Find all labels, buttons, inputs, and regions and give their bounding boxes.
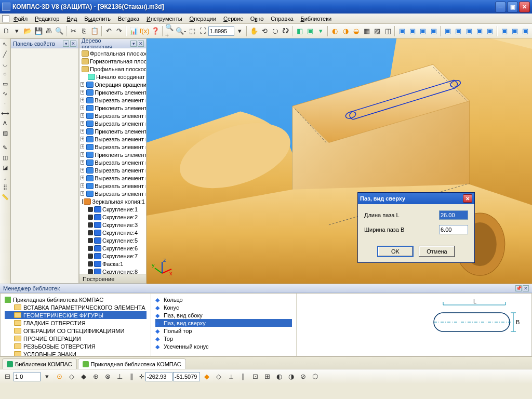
tree-item[interactable]: Фаска:1 [81, 260, 145, 268]
menu-insert[interactable]: Вставка [115, 15, 142, 23]
cube2-button[interactable]: ▣ [407, 25, 417, 37]
vars-button[interactable]: 📊 [128, 25, 138, 37]
menu-window[interactable]: Окно [247, 15, 267, 23]
tree-item[interactable]: Начало координат [81, 73, 145, 81]
view-dd-button[interactable]: ▾ [316, 25, 326, 37]
st2-button[interactable]: ◇ [213, 371, 224, 382]
help-button[interactable]: ❓ [151, 25, 161, 37]
cube9-button[interactable]: ▣ [485, 25, 495, 37]
view-iso-button[interactable]: ◧ [295, 25, 304, 37]
preview-button[interactable]: 🔍 [55, 25, 64, 37]
tree-item[interactable]: Скругление:3 [81, 221, 145, 229]
orbit-button[interactable]: ⭮ [270, 25, 280, 37]
cube5-button[interactable]: ▣ [443, 25, 453, 37]
shade3-button[interactable]: ◒ [351, 25, 361, 37]
tool-arc[interactable]: ◡ [1, 59, 10, 69]
tree-item[interactable]: +Приклеить элемент выда [81, 104, 145, 112]
maximize-button[interactable]: ▣ [507, 2, 518, 12]
paste-button[interactable]: 📋 [90, 25, 100, 37]
menu-edit[interactable]: Редактор [32, 15, 62, 23]
tree-item[interactable]: Фронтальная плоскость [81, 49, 145, 57]
zoom-area-button[interactable]: ⬚ [187, 25, 197, 37]
st9-button[interactable]: ⊘ [297, 371, 309, 382]
cube10-button[interactable]: ▣ [499, 25, 509, 37]
cube8-button[interactable]: ▣ [474, 25, 484, 37]
tree-item[interactable]: +Вырезать элемент выда [81, 112, 145, 119]
st10-button[interactable]: ⬡ [309, 371, 321, 382]
tree-item[interactable]: +Вырезать элемент выда [81, 182, 145, 190]
tree-item[interactable]: Скругление:1 [81, 205, 145, 213]
shade2-button[interactable]: ◑ [341, 25, 351, 37]
snap5-button[interactable]: ⊗ [102, 371, 113, 382]
width-input[interactable] [439, 225, 468, 234]
shade1-button[interactable]: ◐ [330, 25, 340, 37]
rotate-button[interactable]: ⟲ [259, 25, 269, 37]
props-pin-icon[interactable]: ▾ [63, 41, 69, 47]
coord-x[interactable]: -262.93 [145, 372, 172, 381]
tree-item[interactable]: Скругление:2 [81, 213, 145, 221]
tree-item[interactable]: +Приклеить элемент выда [81, 88, 145, 96]
step-dd[interactable]: ▾ [41, 371, 52, 382]
zoom-fit-button[interactable]: ⛶ [197, 25, 207, 37]
zoom-dd-button[interactable]: ▾ [235, 25, 245, 37]
zoom-in-button[interactable]: 🔍+ [165, 25, 175, 37]
tree-pin-icon[interactable]: ▾ [130, 41, 137, 47]
tree-item[interactable]: +Вырезать элемент выда [81, 96, 145, 104]
menu-libs[interactable]: Библиотеки [298, 15, 335, 23]
menu-view[interactable]: Вид [63, 15, 80, 23]
tree-item[interactable]: +Вырезать элемент выда [81, 166, 145, 174]
tree-item[interactable]: Скругление:4 [81, 229, 145, 236]
tree-item[interactable]: +Вырезать элемент выда [81, 135, 145, 143]
snap1-button[interactable]: ⊙ [54, 371, 65, 382]
3d-viewport[interactable]: x y z Паз, вид сверху ✕ Длина паза L Шир… [147, 38, 532, 284]
st7-button[interactable]: ◐ [273, 371, 285, 382]
tool-point[interactable]: · [1, 99, 10, 108]
tool-cut[interactable]: ◪ [1, 163, 10, 172]
tree-tab-build[interactable]: Построение [79, 274, 146, 283]
tree-item[interactable]: Скругление:7 [81, 252, 145, 260]
library-tab-applied[interactable]: Прикладная библиотека КОМПАС [78, 358, 186, 369]
copy-button[interactable]: ⎘ [79, 25, 89, 37]
tool-spline[interactable]: ∿ [1, 89, 10, 98]
tree-item[interactable]: +Операция вращения:1 [81, 81, 145, 88]
menu-service[interactable]: Сервис [220, 15, 246, 23]
dialog-titlebar[interactable]: Паз, вид сверху ✕ [358, 193, 474, 204]
app-menu-icon[interactable] [2, 15, 9, 22]
tool-hatch[interactable]: ▨ [1, 128, 10, 138]
ok-button[interactable]: OK [377, 246, 414, 257]
undo-button[interactable]: ↶ [104, 25, 114, 37]
lib-item[interactable]: ◆Паз, вид сверху [155, 319, 292, 327]
redo-button[interactable]: ↷ [114, 25, 124, 37]
tool-dim[interactable]: ⟷ [1, 109, 10, 118]
st4-button[interactable]: ∥ [237, 371, 249, 382]
tree-item[interactable]: +Приклеить элемент выда [81, 127, 145, 135]
tree-item[interactable]: Зеркальная копия:1 [81, 197, 145, 205]
lib-folder[interactable]: ПРОЧИЕ ОПЕРАЦИИ [5, 335, 147, 342]
st1-button[interactable]: ◆ [201, 371, 212, 382]
props-close-icon[interactable]: ✕ [70, 41, 76, 47]
cube1-button[interactable]: ▣ [397, 25, 407, 37]
lib-item[interactable]: ◆Конус [155, 303, 292, 311]
lib-item[interactable]: ◆Полый тор [155, 327, 292, 335]
cube4-button[interactable]: ▣ [429, 25, 438, 37]
lib-item[interactable]: ◆Усеченный конус [155, 342, 292, 350]
tree-item[interactable]: +Вырезать элемент выда [81, 119, 145, 127]
tool-sketch[interactable]: ✎ [1, 143, 10, 152]
st8-button[interactable]: ◑ [285, 371, 297, 382]
cut-button[interactable]: ✂ [69, 25, 78, 37]
save-button[interactable]: 💾 [33, 25, 43, 37]
menu-file[interactable]: Файл [10, 15, 31, 23]
step-input[interactable]: 1.0 [14, 372, 41, 381]
tree-item[interactable]: Скругление:5 [81, 236, 145, 244]
st6-button[interactable]: ⊞ [261, 371, 273, 382]
menu-ops[interactable]: Операции [187, 15, 219, 23]
tool-text[interactable]: A [1, 118, 10, 128]
tree-item[interactable]: +Вырезать элемент выда [81, 174, 145, 182]
lib-item[interactable]: ◆Кольцо [155, 296, 292, 303]
snap6-button[interactable]: ⊥ [114, 371, 125, 382]
cube3-button[interactable]: ▣ [418, 25, 428, 37]
tree-item[interactable]: +Вырезать элемент выда [81, 143, 145, 151]
tool-line[interactable]: ╱ [1, 49, 10, 59]
tree-item[interactable]: Скругление:6 [81, 244, 145, 252]
tree-item[interactable]: Профильная плоскость [81, 65, 145, 73]
